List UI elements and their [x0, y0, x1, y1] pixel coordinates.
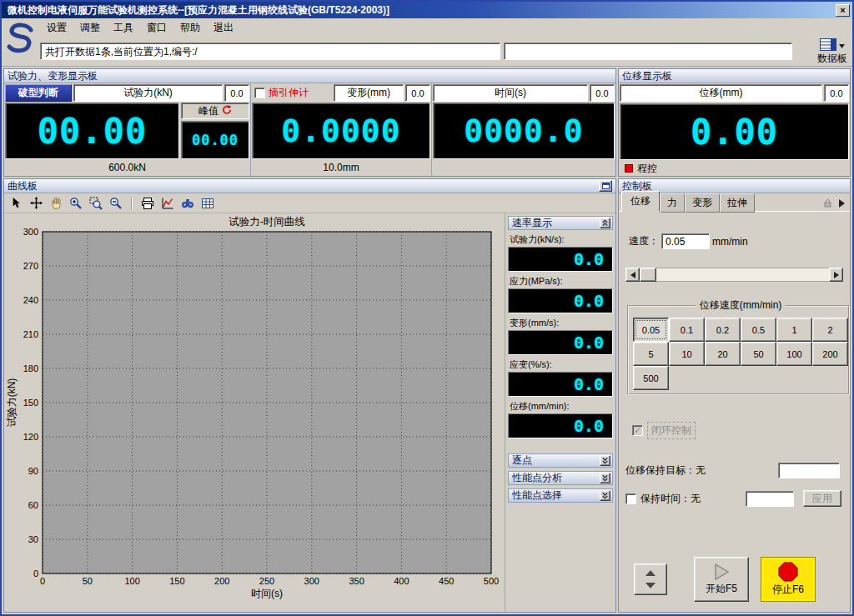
- curve-panel: 曲线板 050100150200250300350400450500030609…: [3, 178, 616, 613]
- jog-updown-button[interactable]: [634, 563, 667, 595]
- extensometer-cell: 摘引伸计: [252, 84, 332, 102]
- hold-time-input[interactable]: [746, 491, 794, 507]
- chevron-down-icon[interactable]: [600, 455, 610, 466]
- menu-item[interactable]: 调整: [73, 19, 107, 37]
- speed-preset-button[interactable]: 10: [669, 342, 705, 366]
- float-panel-icon[interactable]: [599, 180, 612, 192]
- speed-input[interactable]: [661, 233, 710, 249]
- force-time-chart[interactable]: 0501001502002503003504004505000306090120…: [6, 215, 501, 602]
- rate-panel-header[interactable]: 速率显示: [508, 216, 613, 230]
- zoom-region-icon[interactable]: [88, 195, 104, 212]
- scrollbar-track[interactable]: [640, 268, 829, 282]
- program-control-led-icon: [625, 164, 633, 173]
- menu-item[interactable]: 帮助: [173, 19, 207, 37]
- panel-title: 位移显示板: [622, 69, 846, 83]
- chevron-up-icon[interactable]: [600, 218, 610, 228]
- speed-preset-button[interactable]: 0.5: [741, 318, 776, 342]
- scroll-left-icon[interactable]: [625, 268, 640, 282]
- rate-display: 0.0: [508, 372, 613, 397]
- secondary-info-field[interactable]: [504, 43, 792, 60]
- speed-preset-grid: 0.050.10.20.5125102050100200500: [633, 318, 848, 390]
- extensometer-checkbox[interactable]: [254, 88, 265, 98]
- control-tab[interactable]: 拉伸: [720, 193, 755, 213]
- print-icon[interactable]: [139, 195, 156, 212]
- speed-preset-button[interactable]: 5: [633, 342, 669, 366]
- control-tab[interactable]: 力: [660, 193, 685, 213]
- title-bar[interactable]: 微机控制电液伺服万能试验机测控系统--[预应力混凝土用钢绞线试验(GB/T522…: [2, 2, 852, 18]
- zoom-out-icon[interactable]: [108, 195, 124, 212]
- speed-preset-button[interactable]: 20: [705, 342, 741, 366]
- tab-icons: [823, 196, 845, 211]
- control-tab[interactable]: 位移: [621, 191, 660, 212]
- databoard-icon[interactable]: [820, 38, 836, 53]
- pointer-tool-icon[interactable]: [8, 195, 24, 212]
- svg-text:50: 50: [83, 576, 93, 586]
- move-tool-icon[interactable]: [28, 195, 44, 212]
- window-title: 微机控制电液伺服万能试验机测控系统--[预应力混凝土用钢绞线试验(GB/T522…: [8, 3, 836, 18]
- force-display: 00.00: [5, 103, 179, 159]
- svg-text:450: 450: [439, 576, 454, 586]
- peak-refresh-icon[interactable]: [222, 105, 232, 118]
- chevron-down-icon[interactable]: [600, 490, 610, 501]
- hold-target-input[interactable]: [778, 463, 840, 478]
- break-judge-button[interactable]: 破型判断: [5, 84, 72, 102]
- hand-tool-icon[interactable]: [48, 195, 64, 212]
- hold-time-checkbox[interactable]: [625, 493, 636, 504]
- menu-item[interactable]: 退出: [207, 19, 240, 37]
- speed-preset-button[interactable]: 500: [633, 366, 669, 390]
- stop-button[interactable]: 停止F6: [761, 557, 816, 602]
- speed-preset-button[interactable]: 200: [812, 342, 848, 366]
- speed-preset-button[interactable]: 2: [812, 318, 848, 342]
- app-logo-icon: [2, 18, 38, 66]
- curve-toolbar: [4, 193, 615, 213]
- close-button[interactable]: ×: [836, 4, 850, 17]
- speed-preset-button[interactable]: 0.05: [633, 318, 669, 342]
- force-range-label: 600.0kN: [5, 159, 249, 176]
- collapsed-sections: 逐点性能点分析性能点选择: [508, 453, 613, 503]
- svg-text:120: 120: [23, 432, 38, 442]
- speed-preset-button[interactable]: 0.2: [705, 318, 741, 342]
- section-title: 性能点分析: [512, 471, 600, 485]
- expand-arrow-icon[interactable]: [838, 196, 845, 211]
- top-bar: 设置调整工具窗口帮助退出 共打开数据1条,当前位置为1,编号:/ 数据板: [2, 18, 852, 67]
- data-browse-icon[interactable]: [179, 195, 196, 212]
- control-panel: 控制板 位移力变形拉伸 速度： mm/min 位移速度(mm/min) 0.05…: [618, 178, 851, 613]
- collapsed-section-header[interactable]: 逐点: [508, 453, 613, 468]
- collapsed-section-header[interactable]: 性能点选择: [508, 488, 613, 503]
- databoard-dropdown-icon[interactable]: [839, 40, 845, 51]
- data-open-info-field[interactable]: 共打开数据1条,当前位置为1,编号:/: [40, 43, 500, 60]
- rate-label: 应变(%/s):: [510, 358, 613, 371]
- extensometer-label: 摘引伸计: [269, 86, 309, 100]
- program-control-label: 程控: [637, 162, 657, 176]
- speed-preset-button[interactable]: 0.1: [669, 318, 705, 342]
- pin-icon[interactable]: [823, 196, 832, 211]
- zoom-in-icon[interactable]: [68, 195, 84, 212]
- grid-table-icon[interactable]: [199, 195, 216, 212]
- svg-text:90: 90: [28, 466, 38, 476]
- start-button[interactable]: 开始F5: [694, 557, 749, 602]
- menu-item[interactable]: 工具: [107, 19, 140, 37]
- speed-scrollbar[interactable]: [625, 268, 843, 282]
- svg-text:270: 270: [23, 261, 38, 271]
- rate-sidebar: 速率显示 试验力(kN/s):0.0应力(MPa/s):0.0变形(mm/s):…: [505, 213, 615, 612]
- speed-preset-button[interactable]: 100: [776, 342, 812, 366]
- speed-label: 速度：: [629, 234, 659, 248]
- curve-body: 0501001502002503003504004505000306090120…: [4, 213, 615, 612]
- chevron-down-icon[interactable]: [600, 473, 610, 483]
- speed-preset-button[interactable]: 50: [741, 342, 776, 366]
- menu-item[interactable]: 窗口: [140, 19, 173, 37]
- menu-bar: 设置调整工具窗口帮助退出: [38, 18, 852, 38]
- databoard-control[interactable]: 数据板: [817, 38, 847, 64]
- menu-item[interactable]: 设置: [40, 19, 73, 37]
- displacement-body: 位移(mm) 0.0 0.00 程控: [619, 83, 850, 177]
- rate-display: 0.0: [508, 330, 613, 355]
- scrollbar-thumb[interactable]: [640, 268, 656, 282]
- curve-settings-icon[interactable]: [159, 195, 176, 212]
- svg-text:400: 400: [394, 576, 409, 586]
- control-tab[interactable]: 变形: [685, 193, 720, 213]
- rate-label: 变形(mm/s):: [510, 317, 613, 329]
- speed-preset-button[interactable]: 1: [776, 318, 812, 342]
- scroll-right-icon[interactable]: [829, 268, 843, 282]
- time-small-value: 0.0: [590, 84, 615, 102]
- collapsed-section-header[interactable]: 性能点分析: [508, 471, 613, 485]
